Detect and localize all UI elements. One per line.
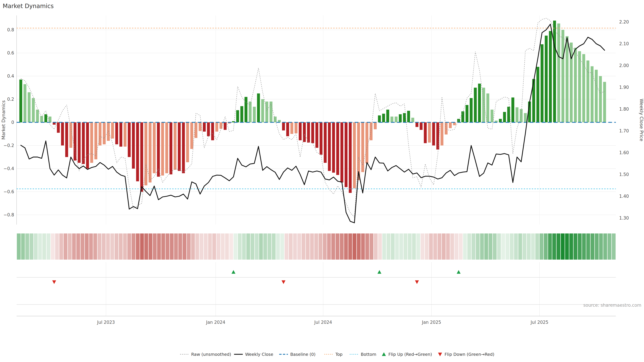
heatmap-cell	[42, 233, 46, 260]
dynamics-bar	[386, 110, 389, 122]
heatmap-cell	[595, 233, 599, 260]
heatmap-cell	[344, 233, 348, 260]
heatmap-cell	[225, 233, 229, 260]
heatmap-cell	[454, 233, 458, 260]
heatmap-cell	[46, 233, 50, 260]
dynamics-bar	[165, 122, 168, 173]
heatmap-cell	[166, 233, 170, 260]
heatmap-cell	[51, 233, 55, 260]
heatmap-cell	[98, 233, 102, 260]
dynamics-bar	[428, 122, 431, 143]
left-tick-label: 0	[11, 120, 14, 125]
legend: Raw (unsmoothed)Weekly CloseBaseline (0)…	[180, 352, 494, 357]
heatmap-cell	[238, 233, 242, 260]
bars-layer	[19, 21, 606, 193]
left-tick-label: −0.4	[4, 166, 14, 171]
heatmap-cell	[506, 233, 510, 260]
heatmap-cell	[208, 233, 212, 260]
heatmap-cell	[85, 233, 89, 260]
heatmap-cell	[59, 233, 63, 260]
dynamics-bar	[540, 44, 544, 122]
dynamics-bar	[299, 122, 302, 140]
right-axis-title: Weekly Close Price	[639, 99, 644, 141]
dynamics-bar	[44, 114, 47, 122]
dynamics-bar	[257, 93, 260, 122]
heatmap-cell	[497, 233, 501, 260]
dynamics-bar	[307, 122, 310, 143]
left-tick-label: −0.2	[4, 143, 14, 148]
dynamics-bar	[148, 122, 152, 183]
dynamics-bar	[174, 122, 176, 170]
dynamics-bar	[32, 98, 35, 122]
heatmap-cell	[540, 233, 544, 260]
dynamics-bar	[490, 110, 494, 122]
dynamics-bar	[328, 122, 331, 171]
dynamics-bar	[574, 48, 577, 122]
heatmap-cell	[196, 233, 199, 260]
heatmap-cell	[255, 233, 258, 260]
heatmap-cell	[38, 233, 42, 260]
heatmap-cell	[216, 233, 220, 260]
dynamics-bar	[24, 84, 26, 122]
heatmap-cell	[94, 233, 97, 260]
heatmap-cell	[472, 233, 476, 260]
left-tick-label: 0.8	[7, 27, 14, 32]
dynamics-bar	[407, 111, 410, 122]
dynamics-bar	[566, 36, 568, 122]
flip-down-marker	[415, 280, 419, 284]
dynamics-bar	[253, 107, 256, 122]
dynamics-bar	[432, 122, 435, 145]
dynamics-bar	[240, 106, 243, 122]
heatmap-cell	[68, 233, 72, 260]
dynamics-bar	[86, 122, 89, 169]
heatmap-cell	[102, 233, 106, 260]
dynamics-bar	[215, 122, 218, 132]
heatmap-cell	[361, 233, 365, 260]
flip-up-marker	[378, 270, 381, 274]
heatmap-cell	[544, 233, 548, 260]
dynamics-bar	[449, 122, 452, 128]
heatmap-cell	[582, 233, 586, 260]
dynamics-bar	[157, 122, 160, 177]
right-tick-label: 2.00	[619, 63, 629, 68]
dynamics-bar	[136, 122, 139, 181]
dynamics-bar	[203, 122, 206, 132]
heatmap-cell	[561, 233, 565, 260]
heatmap-cell	[612, 233, 616, 260]
dynamics-bar	[74, 122, 76, 161]
dynamics-bar	[224, 122, 226, 130]
heatmap-cell	[463, 233, 467, 260]
dynamics-bar	[170, 122, 172, 174]
heatmap-cell	[272, 233, 276, 260]
dynamics-bar	[182, 122, 185, 173]
dynamics-bar	[290, 122, 293, 134]
dynamics-bar	[382, 114, 385, 122]
dynamics-bar	[265, 102, 268, 122]
heatmap-cell	[204, 233, 208, 260]
dynamics-bar	[282, 122, 285, 130]
dynamics-bar	[603, 82, 606, 122]
dynamics-bar	[390, 117, 393, 122]
heatmap-cell	[531, 233, 535, 260]
dynamics-bar	[78, 122, 81, 163]
heatmap-cell	[200, 233, 204, 260]
heatmap-cell	[30, 233, 33, 260]
heatmap-cell	[153, 233, 157, 260]
dynamics-bar	[153, 122, 156, 173]
left-tick-label: −0.8	[4, 212, 14, 217]
dynamics-bar	[270, 102, 272, 122]
dynamics-bar	[61, 122, 64, 145]
dynamics-bar	[586, 60, 589, 122]
x-tick-label: Jul 2023	[97, 320, 115, 325]
heatmap-cell	[374, 233, 378, 260]
heatmap-cell	[438, 233, 442, 260]
heatmap-cell	[140, 233, 144, 260]
dynamics-bar	[466, 105, 468, 122]
dynamics-bar	[140, 122, 143, 192]
right-tick-label: 1.70	[619, 128, 629, 133]
dynamics-bar	[236, 110, 239, 122]
heatmap-cell	[234, 233, 238, 260]
heatmap-cell	[157, 233, 161, 260]
heatmap-cell	[578, 233, 582, 260]
heatmap-cell	[81, 233, 84, 260]
